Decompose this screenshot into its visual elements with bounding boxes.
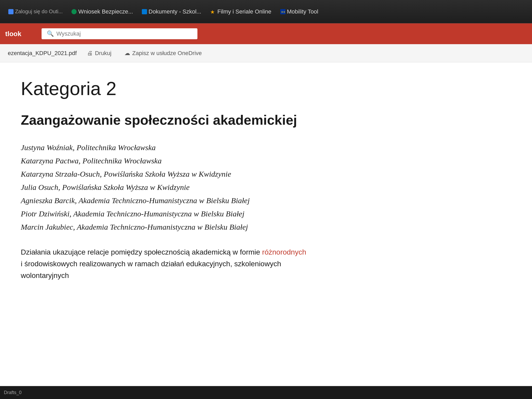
category-heading: Kategoria 2 <box>21 78 511 99</box>
bookmark-3-icon: E <box>142 9 147 14</box>
bookmark-4-icon: ★ <box>210 9 216 15</box>
save-onedrive-button[interactable]: ☁ Zapisz w usłudze OneDrive <box>122 49 204 58</box>
author-line-5: Agnieszka Barcik, Akademia Techniczno-Hu… <box>21 194 511 207</box>
author-line-7: Marcin Jakubiec, Akademia Techniczno-Hum… <box>21 220 511 234</box>
description-paragraph: Działania ukazujące relacje pomiędzy spo… <box>21 247 511 281</box>
print-label: Drukuj <box>95 50 111 57</box>
description-truncated: wolontaryjnych <box>21 271 69 280</box>
bookmark-2-label: Wniosek Bezpiecze... <box>78 8 133 15</box>
onedrive-icon: ☁ <box>124 50 130 57</box>
search-input[interactable] <box>56 30 192 37</box>
bookmark-1[interactable]: Zaloguj się do Outi... <box>5 7 66 16</box>
bookmark-5-icon: ★★ <box>280 9 285 14</box>
bookmark-5-label: Mobility Tool <box>287 8 318 15</box>
save-label: Zapisz w usłudze OneDrive <box>132 50 202 57</box>
description-after: i środowiskowych realizowanych w ramach … <box>21 260 281 268</box>
bookmark-3-label: Dokumenty - Szkol... <box>149 8 201 15</box>
bookmark-5[interactable]: ★★ Mobility Tool <box>277 7 322 17</box>
toolbar-row: ezentacja_KDPU_2021.pdf 🖨 Drukuj ☁ Zapis… <box>0 44 532 62</box>
authors-list: Justyna Woźniak, Politechnika Wrocławska… <box>21 141 511 234</box>
bookmark-2-icon <box>71 9 77 14</box>
description-before: Działania ukazujące relacje pomiędzy spo… <box>21 248 262 256</box>
bookmark-1-icon <box>8 9 14 14</box>
bookmark-3[interactable]: E Dokumenty - Szkol... <box>139 7 204 17</box>
svg-text:★★: ★★ <box>281 11 285 13</box>
subtitle-heading: Zaangażowanie społeczności akademickiej <box>21 112 511 128</box>
print-icon: 🖨 <box>87 50 93 57</box>
bookmarks-bar: Zaloguj się do Outi... Wniosek Bezpiecze… <box>0 0 532 23</box>
app-name-label: tlook <box>5 30 36 38</box>
address-bar-row: tlook 🔍 <box>0 23 532 44</box>
author-line-1: Justyna Woźniak, Politechnika Wrocławska <box>21 141 511 154</box>
bookmark-4-label: Filmy i Seriale Online <box>217 8 271 15</box>
taskbar: Drafts_0 <box>0 386 532 399</box>
bookmark-1-label: Zaloguj się do Outi... <box>15 9 63 15</box>
author-line-6: Piotr Dziwiński, Akademia Techniczno-Hum… <box>21 207 511 220</box>
bookmark-2[interactable]: Wniosek Bezpiecze... <box>68 7 136 17</box>
author-line-4: Julia Osuch, Powiślańska Szkoła Wyższa w… <box>21 181 511 194</box>
svg-text:E: E <box>142 10 145 14</box>
pdf-content: Kategoria 2 Zaangażowanie społeczności a… <box>0 62 532 389</box>
print-button[interactable]: 🖨 Drukuj <box>84 49 114 58</box>
taskbar-drafts[interactable]: Drafts_0 <box>4 390 22 395</box>
filename-label: ezentacja_KDPU_2021.pdf <box>8 50 77 57</box>
author-line-2: Katarzyna Pactwa, Politechnika Wrocławsk… <box>21 154 511 167</box>
description-highlight: różnorodnych <box>262 248 306 256</box>
search-icon: 🔍 <box>47 30 54 37</box>
author-line-3: Katarzyna Strzała-Osuch, Powiślańska Szk… <box>21 167 511 181</box>
search-box[interactable]: 🔍 <box>42 28 197 39</box>
bookmark-4[interactable]: ★ Filmy i Seriale Online <box>207 7 275 17</box>
